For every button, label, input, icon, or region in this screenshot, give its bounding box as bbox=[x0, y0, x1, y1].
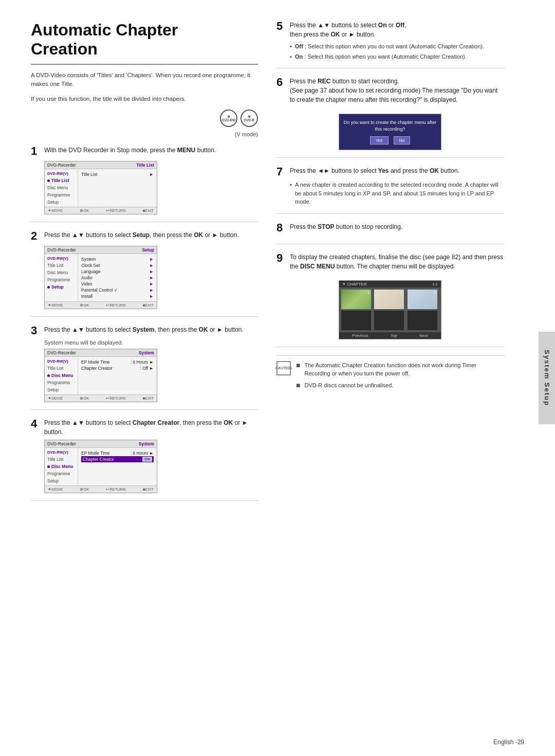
dvd-rw-icon: ⊕DVD-RW bbox=[220, 110, 237, 127]
step-2-number: 2 bbox=[31, 230, 40, 242]
step-1: 1 With the DVD Recorder in Stop mode, pr… bbox=[31, 146, 258, 222]
caution-icon: CAUTION bbox=[276, 361, 291, 375]
step-5-bullet-2: On : Select this option when you want (A… bbox=[290, 52, 504, 61]
caution-note-2: ■ DVD-R discs cannot be unfinalised. bbox=[296, 381, 504, 390]
step-7-text: Press the ◄► buttons to select Yes and p… bbox=[290, 166, 459, 175]
intro-text-2: If you use this function, the title will… bbox=[31, 95, 258, 103]
side-tab: System Setup bbox=[539, 332, 555, 424]
step-6: 6 Press the REC button to start recordin… bbox=[276, 77, 504, 158]
page-footer: English -29 bbox=[493, 739, 524, 746]
dialog-yes-btn[interactable]: Yes bbox=[370, 136, 388, 145]
dvd-screen-3: DVD-Recorder System DVD-RW(V) Title List… bbox=[44, 349, 157, 402]
step-3-number: 3 bbox=[31, 325, 40, 336]
caution-block: CAUTION ■ The Automatic Chapter Creation… bbox=[276, 361, 504, 393]
step-2-text: Press the ▲▼ buttons to select Setup, th… bbox=[44, 230, 239, 240]
dvd-screen-4: DVD-Recorder System DVD-RW(V) Title List… bbox=[44, 440, 157, 493]
right-column: 5 Press the ▲▼ buttons to select On or O… bbox=[276, 21, 504, 509]
step-8: 8 Press the STOP button to stop recordin… bbox=[276, 222, 504, 244]
page-title: Automatic ChapterCreation bbox=[31, 21, 258, 59]
step-8-number: 8 bbox=[276, 222, 286, 233]
step-3-text: Press the ▲▼ buttons to select System, t… bbox=[44, 325, 244, 334]
chapter-thumb-2: 2 bbox=[374, 290, 404, 309]
mode-label: (V mode) bbox=[31, 131, 258, 137]
chapter-thumb-1: 1 bbox=[341, 290, 371, 309]
chapter-thumb-6 bbox=[408, 311, 437, 330]
step-4-text: Press the ▲▼ buttons to select Chapter C… bbox=[44, 418, 258, 437]
chapter-thumb-4 bbox=[341, 311, 371, 330]
intro-text-1: A DVD-Video consists of 'Titles' and 'Ch… bbox=[31, 71, 258, 89]
chapter-thumb-5 bbox=[374, 311, 404, 330]
step-1-text: With the DVD Recorder in Stop mode, pres… bbox=[44, 146, 216, 155]
dvd-screen-2: DVD-Recorder Setup DVD-RW(V) Title List … bbox=[44, 246, 157, 309]
step-3-sub: System menu will be displayed. bbox=[44, 339, 258, 346]
step-6-text: Press the REC button to start recording.… bbox=[290, 77, 504, 104]
chapter-nav-top[interactable]: Top bbox=[391, 333, 397, 338]
step-7-bullet: A new chapter is created according to th… bbox=[290, 181, 504, 206]
step-7-number: 7 bbox=[276, 166, 286, 177]
step-7: 7 Press the ◄► buttons to select Yes and… bbox=[276, 166, 504, 214]
dvd-r-icon: ⊕DVD-R bbox=[240, 110, 258, 127]
step-3: 3 Press the ▲▼ buttons to select System,… bbox=[31, 325, 258, 410]
chapter-grid: ✦ CHAPTER 1:1 1 2 3 bbox=[339, 280, 441, 339]
left-column: Automatic ChapterCreation A DVD-Video co… bbox=[31, 21, 258, 509]
step-4: 4 Press the ▲▼ buttons to select Chapter… bbox=[31, 418, 258, 501]
dialog-no-btn[interactable]: No bbox=[394, 136, 411, 145]
side-tab-label: System Setup bbox=[543, 350, 551, 406]
caution-note-1: ■ The Automatic Chapter Creation functio… bbox=[296, 361, 504, 378]
dialog-text: Do you want to create the chapter menu a… bbox=[343, 119, 437, 132]
chapter-thumb-3: 3 bbox=[408, 290, 437, 309]
dvd-screen-1: DVD-Recorder Title List DVD-RW(V) Title … bbox=[44, 161, 157, 214]
chapter-nav-prev[interactable]: Previous bbox=[353, 333, 368, 338]
step-1-number: 1 bbox=[31, 146, 40, 157]
chapter-nav-next[interactable]: Next bbox=[419, 333, 428, 338]
chapter-dialog: Do you want to create the chapter menu a… bbox=[339, 114, 441, 150]
step-5-text: Press the ▲▼ buttons to select On or Off… bbox=[290, 21, 406, 39]
step-5: 5 Press the ▲▼ buttons to select On or O… bbox=[276, 21, 504, 68]
step-6-number: 6 bbox=[276, 77, 286, 88]
step-9-text: To display the created chapters, finalis… bbox=[290, 253, 504, 271]
dvd-modes: ⊕DVD-RW ⊕DVD-R bbox=[31, 110, 258, 127]
step-9: 9 To display the created chapters, final… bbox=[276, 253, 504, 347]
step-4-number: 4 bbox=[31, 418, 40, 429]
step-5-bullet-1: Off : Select this option when you do not… bbox=[290, 42, 504, 51]
step-8-text: Press the STOP button to stop recording. bbox=[290, 222, 402, 231]
step-9-number: 9 bbox=[276, 253, 286, 264]
notes-section: CAUTION ■ The Automatic Chapter Creation… bbox=[276, 355, 504, 393]
step-5-number: 5 bbox=[276, 21, 286, 32]
step-2: 2 Press the ▲▼ buttons to select Setup, … bbox=[31, 230, 258, 317]
